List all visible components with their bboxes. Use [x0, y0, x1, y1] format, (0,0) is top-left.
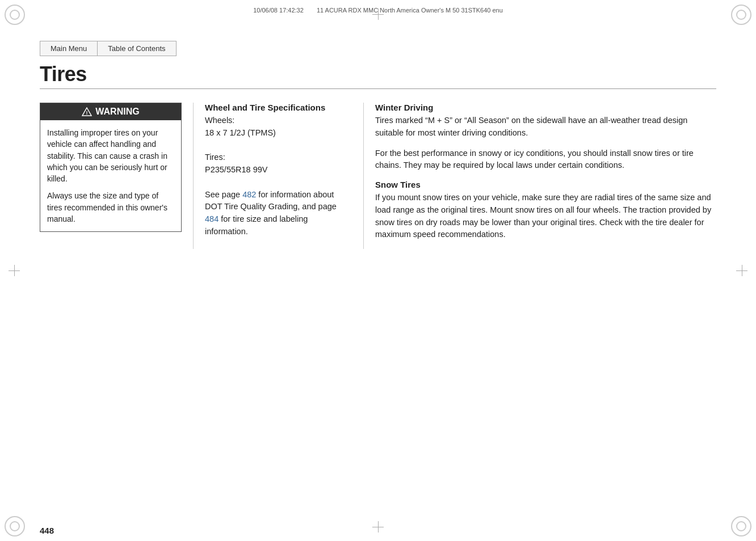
snow-tires-title: Snow Tires — [375, 180, 716, 189]
warning-para-2: Always use the size and type of tires re… — [47, 190, 174, 225]
spec-link-484[interactable]: 484 — [205, 214, 219, 223]
corner-decoration-bl — [5, 516, 25, 536]
spec-link-482[interactable]: 482 — [242, 190, 256, 199]
specs-title: Wheel and Tire Specifications — [205, 103, 352, 112]
spec-note-after: for tire size and labeling information. — [205, 214, 308, 236]
warning-triangle-icon: ! — [82, 107, 92, 116]
winter-column: Winter Driving Tires marked “M + S” or “… — [363, 103, 716, 249]
crosshair-right — [736, 265, 747, 276]
content-columns: ! WARNING Installing improper tires on y… — [40, 103, 716, 249]
corner-decoration-tr — [731, 5, 751, 25]
winter-driving-body2: For the best performance in snowy or icy… — [375, 147, 716, 172]
snow-tires-section: Snow Tires If you mount snow tires on yo… — [375, 180, 716, 241]
wheels-value: 18 x 7 1/2J (TPMS) — [205, 128, 276, 137]
winter-driving-title: Winter Driving — [375, 103, 716, 112]
spec-note-before: See page — [205, 190, 242, 199]
title-divider — [40, 88, 716, 89]
warning-box: ! WARNING Installing improper tires on y… — [40, 103, 182, 232]
tires-value: P235/55R18 99V — [205, 165, 267, 174]
crosshair-left — [9, 265, 20, 276]
page-content: Tires ! WARNING Installing improper tire… — [40, 35, 716, 513]
warning-column: ! WARNING Installing improper tires on y… — [40, 103, 193, 249]
corner-decoration-tl — [5, 5, 25, 25]
crosshair-bottom — [372, 521, 384, 532]
tires-label: Tires: — [205, 153, 225, 162]
page-title: Tires — [40, 62, 716, 86]
snow-tires-body: If you mount snow tires on your vehicle,… — [375, 192, 716, 241]
svg-text:!: ! — [86, 110, 88, 116]
specs-body: Wheels: 18 x 7 1/2J (TPMS) Tires: P235/5… — [205, 115, 352, 238]
warning-header: ! WARNING — [40, 103, 181, 120]
meta-doc: 11 ACURA RDX MMC North America Owner's M… — [317, 7, 503, 14]
winter-driving-section: Winter Driving Tires marked “M + S” or “… — [375, 103, 716, 172]
specs-section: Wheel and Tire Specifications Wheels: 18… — [205, 103, 352, 238]
metadata-bar: 10/06/08 17:42:32 11 ACURA RDX MMC North… — [40, 7, 716, 14]
warning-label: WARNING — [95, 107, 139, 117]
meta-text: 10/06/08 17:42:32 — [253, 7, 304, 14]
corner-decoration-br — [731, 516, 751, 536]
warning-para-1: Installing improper tires on your vehicl… — [47, 127, 174, 184]
page-number: 448 — [40, 526, 54, 535]
winter-driving-body1: Tires marked “M + S” or “All Season” on … — [375, 115, 716, 140]
specs-column: Wheel and Tire Specifications Wheels: 18… — [193, 103, 363, 249]
wheels-label: Wheels: — [205, 116, 234, 125]
warning-body: Installing improper tires on your vehicl… — [40, 120, 181, 231]
